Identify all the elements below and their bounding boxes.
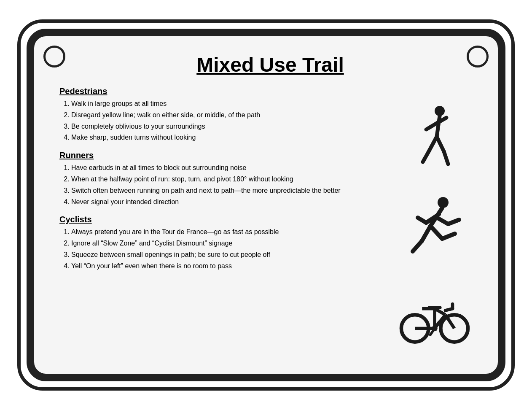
pedestrians-heading: Pedestrians — [59, 86, 380, 96]
list-item: Walk in large groups at all times — [71, 99, 380, 109]
icons-section — [388, 86, 481, 361]
pedestrians-list: Walk in large groups at all times Disreg… — [59, 99, 380, 143]
list-item: Always pretend you are in the Tour de Fr… — [71, 227, 380, 237]
svg-line-4 — [428, 137, 437, 152]
svg-line-13 — [448, 220, 459, 224]
cyclist-icon-container — [399, 288, 470, 347]
cyclists-heading: Cyclists — [59, 215, 380, 224]
list-item: Never signal your intended direction — [71, 197, 380, 208]
outer-frame: Mixed Use Trail Pedestrians Walk in larg… — [17, 19, 515, 391]
svg-line-17 — [442, 234, 455, 239]
list-item: Switch often between running on path and… — [71, 186, 380, 196]
pedestrians-section: Pedestrians Walk in large groups at all … — [59, 86, 380, 143]
page-title: Mixed Use Trail — [59, 53, 481, 76]
svg-line-5 — [423, 152, 428, 162]
runners-section: Runners Have earbuds in at all times to … — [59, 151, 380, 207]
svg-line-11 — [418, 218, 426, 223]
inner-frame: Mixed Use Trail Pedestrians Walk in larg… — [27, 29, 505, 381]
svg-line-7 — [444, 151, 448, 164]
svg-line-16 — [431, 227, 442, 239]
corner-circle-tr — [467, 46, 489, 67]
svg-line-6 — [437, 137, 444, 151]
list-item: Ignore all “Slow Zone” and “Cyclist Dism… — [71, 238, 380, 249]
pedestrian-icon — [411, 105, 458, 168]
list-item: Make sharp, sudden turns without looking — [71, 132, 380, 143]
text-section: Pedestrians Walk in large groups at all … — [59, 86, 388, 361]
svg-line-12 — [435, 217, 448, 224]
corner-circle-tl — [43, 46, 65, 67]
cyclists-list: Always pretend you are in the Tour de Fr… — [59, 227, 380, 271]
list-item: Yell “On your left” even when there is n… — [71, 261, 380, 272]
list-item: Be completely oblivious to your surround… — [71, 121, 380, 132]
cyclists-section: Cyclists Always pretend you are in the T… — [59, 215, 380, 271]
list-item: Have earbuds in at all times to block ou… — [71, 163, 380, 173]
pedestrian-icon-container — [411, 105, 458, 168]
svg-line-14 — [422, 226, 430, 241]
list-item: Squeeze between small openings in path; … — [71, 250, 380, 260]
content-area: Pedestrians Walk in large groups at all … — [59, 86, 481, 361]
list-item: Disregard yellow line; walk on either si… — [71, 110, 380, 121]
svg-line-15 — [413, 241, 422, 251]
list-item: When at the halfway point of run: stop, … — [71, 174, 380, 185]
runner-icon — [405, 197, 464, 260]
runners-list: Have earbuds in at all times to block ou… — [59, 163, 380, 207]
runners-heading: Runners — [59, 151, 380, 160]
runner-icon-container — [405, 197, 464, 260]
svg-line-1 — [437, 116, 440, 137]
cyclist-icon — [399, 288, 470, 347]
